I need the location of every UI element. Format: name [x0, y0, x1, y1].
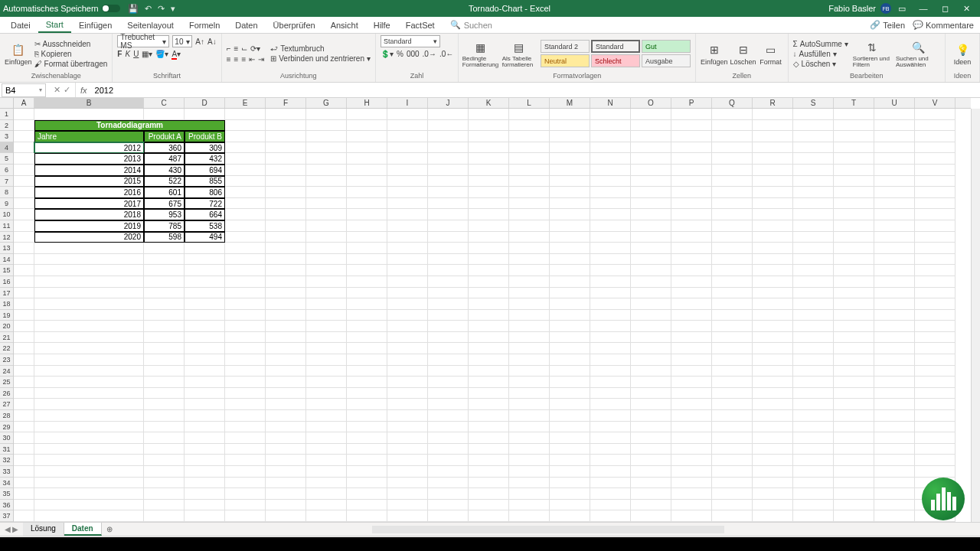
tab-ansicht[interactable]: Ansicht	[323, 18, 366, 32]
cell-M10[interactable]	[550, 209, 590, 220]
cell-C9[interactable]: 675	[144, 198, 185, 210]
cell-H12[interactable]	[347, 232, 387, 243]
cell-R29[interactable]	[753, 422, 793, 433]
cell-C12[interactable]: 598	[144, 232, 185, 243]
cell-T23[interactable]	[834, 354, 874, 366]
cell-O37[interactable]	[631, 510, 671, 522]
cell-E34[interactable]	[225, 478, 266, 489]
style-neutral[interactable]: Neutral	[541, 54, 590, 67]
cell-C15[interactable]	[144, 265, 185, 276]
cell-K37[interactable]	[469, 510, 509, 522]
cell-N19[interactable]	[590, 310, 631, 321]
cell-K25[interactable]	[469, 377, 509, 388]
cell-S28[interactable]	[793, 410, 834, 422]
cell-N14[interactable]	[590, 254, 631, 266]
cell-R21[interactable]	[753, 332, 793, 344]
cell-B2[interactable]: Tornadodiagramm	[34, 120, 225, 132]
row-header-32[interactable]: 32	[0, 455, 13, 466]
cell-S20[interactable]	[793, 321, 834, 332]
cell-O32[interactable]	[631, 455, 671, 466]
row-header-35[interactable]: 35	[0, 488, 13, 500]
cell-T20[interactable]	[834, 321, 874, 332]
cell-K2[interactable]	[469, 120, 509, 132]
cell-E28[interactable]	[225, 410, 266, 422]
cell-U31[interactable]	[874, 444, 915, 455]
cell-U12[interactable]	[874, 232, 915, 243]
cell-L12[interactable]	[509, 232, 550, 243]
cell-U23[interactable]	[874, 354, 915, 366]
cell-C33[interactable]	[144, 466, 185, 478]
cell-D37[interactable]	[185, 510, 225, 522]
font-size-dropdown[interactable]: 10▾	[172, 35, 192, 47]
cell-I30[interactable]	[387, 432, 428, 444]
cell-L31[interactable]	[509, 444, 550, 455]
redo-icon[interactable]: ↷	[158, 4, 165, 14]
cell-O30[interactable]	[631, 432, 671, 444]
cell-F27[interactable]	[266, 399, 306, 410]
cell-V16[interactable]	[915, 276, 956, 288]
cell-O7[interactable]	[631, 176, 671, 187]
cell-T5[interactable]	[834, 153, 874, 165]
cell-U35[interactable]	[874, 488, 915, 500]
bold-icon[interactable]: F	[117, 50, 122, 58]
cell-M4[interactable]	[550, 142, 590, 154]
maximize-icon[interactable]: ◻	[934, 4, 956, 14]
cell-B7[interactable]: 2015	[34, 176, 144, 187]
cell-U30[interactable]	[874, 432, 915, 444]
cell-Q25[interactable]	[712, 377, 753, 388]
cell-Q27[interactable]	[712, 399, 753, 410]
cell-P4[interactable]	[671, 142, 712, 154]
cell-V26[interactable]	[915, 388, 956, 399]
cell-R19[interactable]	[753, 310, 793, 321]
tab-überprüfen[interactable]: Überprüfen	[266, 18, 323, 32]
cell-J17[interactable]	[428, 288, 469, 299]
cell-I35[interactable]	[387, 488, 428, 500]
cell-F14[interactable]	[266, 254, 306, 266]
cell-Q13[interactable]	[712, 243, 753, 254]
cell-I21[interactable]	[387, 332, 428, 344]
row-header-19[interactable]: 19	[0, 310, 13, 321]
cell-R30[interactable]	[753, 432, 793, 444]
cell-D6[interactable]: 694	[185, 165, 225, 176]
align-right-icon[interactable]: ≡	[241, 55, 246, 64]
cell-J22[interactable]	[428, 343, 469, 354]
cell-V19[interactable]	[915, 310, 956, 321]
cell-R1[interactable]	[753, 109, 793, 120]
cell-O13[interactable]	[631, 243, 671, 254]
cell-F6[interactable]	[266, 165, 306, 176]
row-header-8[interactable]: 8	[0, 187, 13, 198]
cell-C24[interactable]	[144, 366, 185, 377]
col-header-S[interactable]: S	[793, 98, 834, 108]
cell-B22[interactable]	[34, 343, 144, 354]
cell-I4[interactable]	[387, 142, 428, 154]
format-painter-button[interactable]: 🖌 Format übertragen	[34, 60, 108, 68]
cell-A31[interactable]	[14, 444, 34, 455]
cell-O14[interactable]	[631, 254, 671, 266]
cell-M28[interactable]	[550, 410, 590, 422]
cell-D9[interactable]: 722	[185, 198, 225, 210]
cell-B24[interactable]	[34, 366, 144, 377]
cell-U8[interactable]	[874, 187, 915, 198]
cell-T25[interactable]	[834, 377, 874, 388]
cell-P16[interactable]	[671, 276, 712, 288]
cell-J5[interactable]	[428, 153, 469, 165]
user-avatar-icon[interactable]: FB	[880, 3, 891, 14]
cell-T13[interactable]	[834, 243, 874, 254]
col-header-K[interactable]: K	[469, 98, 509, 108]
cell-H17[interactable]	[347, 288, 387, 299]
row-header-27[interactable]: 27	[0, 399, 13, 410]
cell-P1[interactable]	[671, 109, 712, 120]
cell-N15[interactable]	[590, 265, 631, 276]
user-area[interactable]: Fabio Basler FB	[828, 3, 891, 14]
cell-S15[interactable]	[793, 265, 834, 276]
row-header-23[interactable]: 23	[0, 354, 13, 366]
cell-O10[interactable]	[631, 209, 671, 220]
cell-L14[interactable]	[509, 254, 550, 266]
cell-G6[interactable]	[306, 165, 347, 176]
cell-F3[interactable]	[266, 131, 306, 142]
cell-C16[interactable]	[144, 276, 185, 288]
cell-A5[interactable]	[14, 153, 34, 165]
cell-G27[interactable]	[306, 399, 347, 410]
cell-L33[interactable]	[509, 466, 550, 478]
cell-P7[interactable]	[671, 176, 712, 187]
